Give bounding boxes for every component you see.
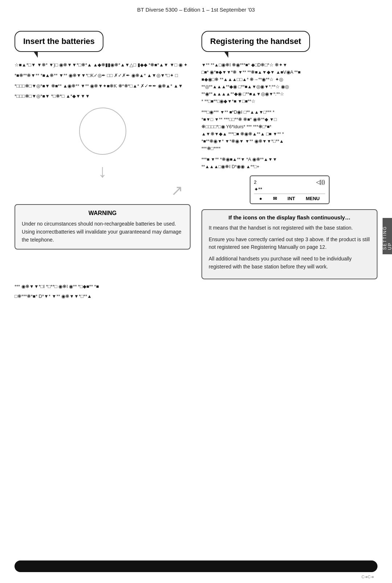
display-star-icon: ✦** (254, 186, 262, 192)
bottom-symbol-2: □❋***❋*■* D*▼* ▼** ◉❋▼▼*□**▲ (15, 293, 189, 300)
display-number: 2 (254, 179, 257, 185)
left-column: Insert the batteries ☆■▲*□▼ ▼❋* ▼)□ ◉❋▼▼… (15, 31, 191, 279)
page-header: BT Diverse 5300 – Edition 1 – 1st Septem… (0, 0, 392, 16)
setting-up-tab: SETTING UP (383, 218, 392, 254)
circle-diagram (79, 108, 126, 155)
register-handset-callout: Registering the handset (201, 31, 310, 52)
flash-box: If the icons on the display flash contin… (201, 209, 377, 279)
bottom-symbol-1: *** ◉❋▼▼*□I *□**□ ◉❋I ◉** *□◆■** *■ (15, 283, 189, 291)
insert-batteries-callout: Insert the batteries (15, 31, 103, 52)
right-column: Registering the handset ▼** **▲□◉❋I ❋◉**… (201, 31, 377, 279)
warning-title: WARNING (22, 210, 183, 216)
display-btn-menu: MENU (306, 196, 319, 201)
right-symbol-block-1: ▼** **▲□◉❋I ❋◉***■* ◆□D❋□*☆ ❋✦▼ □■* ◉*■◆… (201, 61, 377, 105)
warning-text: Under no circumstances should non-rechar… (22, 220, 183, 244)
display-btn-mail: ✉ (273, 196, 277, 201)
warning-box: WARNING Under no circumstances should no… (15, 204, 191, 250)
symbol-line-2: *■❋**❋▼** *■▲❋** ▼** ◉❋▼▼*□K✓◎✒ □□ ✗✓✗✒ … (15, 72, 191, 80)
flash-text-1: It means that the handset is not registe… (209, 224, 370, 232)
flash-text-3: All additional handsets you purchase wil… (209, 255, 370, 271)
symbol-line-3: *□□□❋□▼◎*■▼ ❋■** ▲◉❋** ▼** ◉❋▼✦■❋K ❋*❋*□… (15, 82, 191, 90)
right-symbol-block-2: ***□◉*** ▼** ■*D◉I □**▲▲▼□*** * *■▼□ ▼**… (201, 109, 377, 152)
footer-bar (15, 560, 377, 572)
symbol-line-4: *□□□❋□▼◎*■▼ *□❋*□ ▲*◆▼▼▼ (15, 93, 191, 100)
display-signal-icon: ◁))) (316, 179, 325, 185)
display-mockup: 2 ◁))) ✦** ● ✉ INT MENU (250, 175, 330, 204)
flash-title: If the icons on the display flash contin… (209, 214, 370, 220)
arrow-down-icon: ↓ (15, 162, 191, 180)
arrow-right-icon: ↗ (15, 183, 183, 198)
right-symbol-block-3: ***■ ▼** *❋◉■▲**▼ *A ◉❋**▲▼▼ **▲▲▲□◉❋I D… (201, 156, 377, 170)
display-btn-moon: ● (259, 196, 262, 201)
symbol-line-1: ☆■▲*□▼ ▼❋* ▼)□ ◉❋▼▼*□❋*▲ ▲◆❋▮▮◉❋*▲▼△□ ▮◆… (15, 61, 191, 69)
footer-copyright: C➔C➔ (362, 575, 374, 579)
display-btn-int: INT (287, 196, 295, 201)
flash-text-2: Ensure you have correctly carried out st… (209, 236, 370, 251)
